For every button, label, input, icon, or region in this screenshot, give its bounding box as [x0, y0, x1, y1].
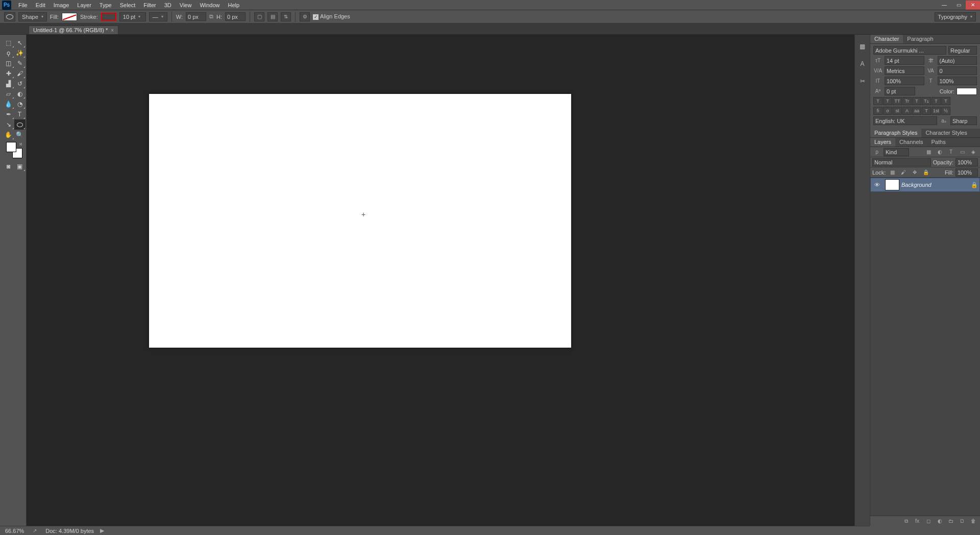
opacity-input[interactable]: 100% [955, 158, 978, 166]
close-button[interactable]: ✕ [966, 1, 980, 10]
marquee-tool[interactable]: ↖ [14, 38, 26, 48]
quick-mask-icon[interactable]: ◙ [3, 161, 14, 172]
stroke-style-dropdown[interactable]: — [149, 12, 167, 21]
ligatures-button[interactable]: fi [873, 107, 883, 115]
maximize-button[interactable]: ▭ [951, 1, 966, 10]
lock-position-icon[interactable]: ✥ [910, 168, 919, 177]
dodge-tool[interactable]: ◔ [14, 99, 26, 109]
filter-type-icon[interactable]: T [946, 148, 955, 156]
canvas[interactable] [149, 94, 571, 348]
status-arrow-icon[interactable]: ▶ [100, 527, 104, 534]
layer-mask-icon[interactable]: ◻ [924, 517, 933, 525]
layer-row[interactable]: 👁 Background 🔒 [870, 178, 980, 192]
doc-info[interactable]: Doc: 4.39M/0 bytes [45, 528, 94, 534]
discretionary-button[interactable]: st [893, 107, 902, 115]
font-style-dropdown[interactable]: Regular [948, 46, 977, 55]
filter-smart-icon[interactable]: ◈ [969, 148, 978, 156]
width-input[interactable] [186, 12, 206, 21]
filter-adjust-icon[interactable]: ◐ [935, 148, 944, 156]
new-layer-icon[interactable]: 🗋 [958, 517, 967, 525]
tab-paths[interactable]: Paths [927, 138, 950, 147]
path-operations-icon[interactable]: ▢ [254, 12, 264, 21]
stroke-swatch[interactable] [101, 13, 116, 21]
superscript-button[interactable]: T [912, 97, 921, 105]
hscale-input[interactable]: 100% [938, 77, 977, 85]
menu-type[interactable]: Type [95, 0, 116, 10]
group-icon[interactable]: 🗀 [946, 517, 955, 525]
layer-thumbnail[interactable] [885, 179, 899, 190]
foreground-color-swatch[interactable] [6, 142, 16, 152]
screen-mode-icon[interactable]: ▣ [14, 161, 26, 172]
smallcaps-button[interactable]: Tr [902, 97, 912, 105]
stylistic-button[interactable]: aa [912, 107, 921, 115]
vscale-input[interactable]: 100% [885, 77, 924, 85]
baseline-input[interactable]: 0 pt [885, 87, 915, 95]
swap-colors-icon[interactable]: ⤭ [19, 142, 22, 147]
link-layers-icon[interactable]: ⧉ [901, 517, 911, 525]
dock-icon[interactable]: ✂ [857, 76, 868, 87]
tool-mode-dropdown[interactable]: Shape [18, 12, 47, 21]
menu-window[interactable]: Window [195, 0, 224, 10]
ordinals-button[interactable]: 1st [932, 107, 941, 115]
type-tool[interactable]: T [14, 109, 26, 119]
link-icon[interactable]: ⧉ [209, 13, 213, 20]
menu-view[interactable]: View [176, 0, 196, 10]
document-tab[interactable]: Untitled-1 @ 66.7% (RGB/8) * × [29, 26, 118, 34]
menu-help[interactable]: Help [224, 0, 244, 10]
tab-character[interactable]: Character [870, 35, 903, 43]
blur-tool[interactable]: 💧 [3, 99, 14, 109]
gear-icon[interactable]: ⚙ [300, 12, 310, 21]
path-alignment-icon[interactable]: ▤ [267, 12, 278, 21]
strikethrough-button[interactable]: T [941, 97, 950, 105]
titling-button[interactable]: T [922, 107, 931, 115]
visibility-icon[interactable]: 👁 [871, 182, 883, 188]
stroke-width-input[interactable]: 10 pt [119, 12, 146, 21]
layer-style-icon[interactable]: fx [913, 517, 922, 525]
menu-layer[interactable]: Layer [73, 0, 95, 10]
tab-close-icon[interactable]: × [111, 28, 114, 33]
font-family-dropdown[interactable]: Adobe Gurmukhi ... [873, 46, 946, 55]
fill-swatch[interactable] [62, 13, 77, 21]
subscript-button[interactable]: T₁ [922, 97, 931, 105]
magic-wand-tool[interactable]: ✨ [14, 48, 26, 58]
bold-button[interactable]: T [873, 97, 883, 105]
foreground-background-colors[interactable]: ⤭ [6, 142, 22, 158]
lock-transparent-icon[interactable]: ▦ [888, 168, 897, 177]
tab-paragraph-styles[interactable]: Paragraph Styles [870, 129, 921, 137]
font-size-input[interactable]: 14 pt [885, 56, 924, 65]
fractions-button[interactable]: ½ [941, 107, 950, 115]
canvas-area[interactable]: + [27, 35, 854, 526]
eraser-tool[interactable]: ▱ [3, 89, 14, 99]
eyedropper-tool[interactable]: ✎ [14, 58, 26, 68]
adjustment-layer-icon[interactable]: ◐ [935, 517, 944, 525]
tab-layers[interactable]: Layers [870, 138, 895, 147]
menu-3d[interactable]: 3D [160, 0, 176, 10]
status-icon[interactable]: ↗ [30, 527, 39, 535]
menu-select[interactable]: Select [116, 0, 140, 10]
italic-button[interactable]: T [883, 97, 892, 105]
align-edges-checkbox[interactable]: ✓Align Edges [313, 13, 350, 20]
tracking-input[interactable]: 0 [938, 66, 977, 75]
workspace-dropdown[interactable]: Typography [935, 12, 976, 21]
menu-filter[interactable]: Filter [139, 0, 160, 10]
tab-channels[interactable]: Channels [895, 138, 927, 147]
path-selection-tool[interactable]: ↘ [3, 119, 14, 130]
clone-stamp-tool[interactable]: ▟ [3, 79, 14, 89]
filter-shape-icon[interactable]: ▭ [958, 148, 967, 156]
move-tool[interactable]: ⬚ [3, 38, 14, 48]
menu-file[interactable]: File [14, 0, 32, 10]
language-dropdown[interactable]: English: UK [873, 116, 937, 125]
zoom-tool[interactable]: 🔍 [14, 130, 26, 140]
fill-input[interactable]: 100% [955, 168, 978, 177]
healing-brush-tool[interactable]: ✚ [3, 68, 14, 79]
current-tool-icon[interactable] [4, 12, 15, 21]
underline-button[interactable]: T [932, 97, 941, 105]
path-arrangement-icon[interactable]: ⇅ [281, 12, 291, 21]
lock-all-icon[interactable]: 🔒 [921, 168, 930, 177]
gradient-tool[interactable]: ◐ [14, 89, 26, 99]
layer-name[interactable]: Background [901, 182, 969, 188]
menu-edit[interactable]: Edit [32, 0, 50, 10]
swash-button[interactable]: A [902, 107, 912, 115]
filter-kind-dropdown[interactable]: Kind [884, 148, 909, 156]
lasso-tool[interactable]: ϙ [3, 48, 14, 58]
